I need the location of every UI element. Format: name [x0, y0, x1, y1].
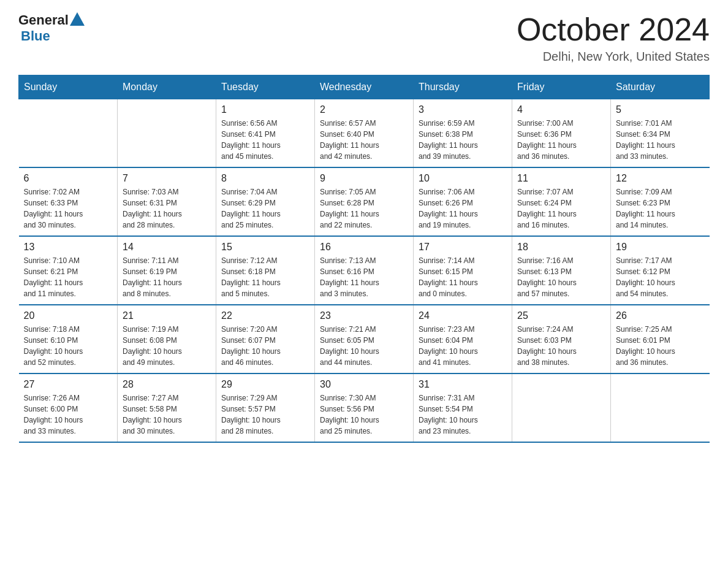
day-info: Sunrise: 7:16 AMSunset: 6:13 PMDaylight:…: [517, 255, 605, 299]
day-info: Sunrise: 7:29 AMSunset: 5:57 PMDaylight:…: [221, 393, 309, 437]
day-number: 25: [517, 310, 605, 321]
day-info: Sunrise: 7:20 AMSunset: 6:07 PMDaylight:…: [221, 324, 309, 368]
calendar-cell: 22Sunrise: 7:20 AMSunset: 6:07 PMDayligh…: [216, 305, 315, 373]
weekday-header-sunday: Sunday: [19, 75, 118, 99]
calendar-header-row: SundayMondayTuesdayWednesdayThursdayFrid…: [19, 75, 710, 99]
day-number: 28: [123, 379, 211, 390]
day-number: 2: [320, 104, 408, 115]
day-number: 7: [123, 173, 211, 184]
calendar-cell: 18Sunrise: 7:16 AMSunset: 6:13 PMDayligh…: [512, 236, 611, 305]
day-info: Sunrise: 7:31 AMSunset: 5:54 PMDaylight:…: [419, 393, 507, 437]
day-info: Sunrise: 7:19 AMSunset: 6:08 PMDaylight:…: [123, 324, 211, 368]
calendar-cell: 25Sunrise: 7:24 AMSunset: 6:03 PMDayligh…: [512, 305, 611, 373]
day-number: 21: [123, 310, 211, 321]
calendar-cell: 23Sunrise: 7:21 AMSunset: 6:05 PMDayligh…: [315, 305, 414, 373]
calendar-cell: 19Sunrise: 7:17 AMSunset: 6:12 PMDayligh…: [611, 236, 710, 305]
calendar-cell: [118, 99, 216, 168]
logo-text-general: General: [18, 12, 69, 28]
day-info: Sunrise: 7:23 AMSunset: 6:04 PMDaylight:…: [419, 324, 507, 368]
calendar-subtitle: Delhi, New York, United States: [517, 50, 710, 64]
day-number: 31: [419, 379, 507, 390]
calendar-cell: [19, 99, 118, 168]
day-info: Sunrise: 7:11 AMSunset: 6:19 PMDaylight:…: [123, 255, 211, 299]
day-info: Sunrise: 7:07 AMSunset: 6:24 PMDaylight:…: [517, 186, 605, 231]
calendar-table: SundayMondayTuesdayWednesdayThursdayFrid…: [18, 75, 710, 443]
day-number: 11: [517, 173, 605, 184]
title-section: October 2024 Delhi, New York, United Sta…: [517, 12, 710, 64]
calendar-cell: 21Sunrise: 7:19 AMSunset: 6:08 PMDayligh…: [118, 305, 216, 373]
day-info: Sunrise: 7:18 AMSunset: 6:10 PMDaylight:…: [24, 324, 113, 368]
day-number: 6: [24, 173, 113, 184]
calendar-cell: 20Sunrise: 7:18 AMSunset: 6:10 PMDayligh…: [19, 305, 118, 373]
day-info: Sunrise: 7:27 AMSunset: 5:58 PMDaylight:…: [123, 393, 211, 437]
page-header: General Blue October 2024 Delhi, New Yor…: [18, 12, 710, 64]
day-number: 8: [221, 173, 309, 184]
day-number: 18: [517, 242, 605, 253]
weekday-header-monday: Monday: [118, 75, 216, 99]
calendar-cell: 1Sunrise: 6:56 AMSunset: 6:41 PMDaylight…: [216, 99, 315, 168]
day-info: Sunrise: 7:10 AMSunset: 6:21 PMDaylight:…: [24, 255, 113, 299]
calendar-week-row: 13Sunrise: 7:10 AMSunset: 6:21 PMDayligh…: [19, 236, 710, 305]
weekday-header-saturday: Saturday: [611, 75, 710, 99]
day-info: Sunrise: 7:24 AMSunset: 6:03 PMDaylight:…: [517, 324, 605, 368]
day-number: 30: [320, 379, 408, 390]
day-info: Sunrise: 7:04 AMSunset: 6:29 PMDaylight:…: [221, 186, 309, 231]
day-number: 5: [616, 104, 705, 115]
weekday-header-friday: Friday: [512, 75, 611, 99]
calendar-cell: [611, 373, 710, 442]
day-number: 4: [517, 104, 605, 115]
calendar-cell: 16Sunrise: 7:13 AMSunset: 6:16 PMDayligh…: [315, 236, 414, 305]
day-info: Sunrise: 7:00 AMSunset: 6:36 PMDaylight:…: [517, 118, 605, 162]
calendar-cell: 27Sunrise: 7:26 AMSunset: 6:00 PMDayligh…: [19, 373, 118, 442]
day-number: 20: [24, 310, 113, 321]
calendar-cell: 9Sunrise: 7:05 AMSunset: 6:28 PMDaylight…: [315, 167, 414, 236]
day-info: Sunrise: 7:05 AMSunset: 6:28 PMDaylight:…: [320, 186, 408, 231]
day-number: 12: [616, 173, 705, 184]
day-number: 9: [320, 173, 408, 184]
weekday-header-wednesday: Wednesday: [315, 75, 414, 99]
calendar-cell: 6Sunrise: 7:02 AMSunset: 6:33 PMDaylight…: [19, 167, 118, 236]
day-info: Sunrise: 7:14 AMSunset: 6:15 PMDaylight:…: [419, 255, 507, 299]
day-number: 15: [221, 242, 309, 253]
calendar-cell: 30Sunrise: 7:30 AMSunset: 5:56 PMDayligh…: [315, 373, 414, 442]
weekday-header-tuesday: Tuesday: [216, 75, 315, 99]
calendar-cell: 10Sunrise: 7:06 AMSunset: 6:26 PMDayligh…: [414, 167, 512, 236]
day-info: Sunrise: 6:57 AMSunset: 6:40 PMDaylight:…: [320, 118, 408, 162]
calendar-cell: 26Sunrise: 7:25 AMSunset: 6:01 PMDayligh…: [611, 305, 710, 373]
day-number: 23: [320, 310, 408, 321]
day-number: 10: [419, 173, 507, 184]
calendar-cell: 31Sunrise: 7:31 AMSunset: 5:54 PMDayligh…: [414, 373, 512, 442]
calendar-cell: 2Sunrise: 6:57 AMSunset: 6:40 PMDaylight…: [315, 99, 414, 168]
calendar-cell: [512, 373, 611, 442]
calendar-cell: 5Sunrise: 7:01 AMSunset: 6:34 PMDaylight…: [611, 99, 710, 168]
logo-triangle-icon: [70, 12, 85, 26]
day-number: 29: [221, 379, 309, 390]
day-number: 16: [320, 242, 408, 253]
weekday-header-thursday: Thursday: [414, 75, 512, 99]
day-info: Sunrise: 7:02 AMSunset: 6:33 PMDaylight:…: [24, 186, 113, 231]
day-number: 17: [419, 242, 507, 253]
calendar-cell: 15Sunrise: 7:12 AMSunset: 6:18 PMDayligh…: [216, 236, 315, 305]
calendar-cell: 13Sunrise: 7:10 AMSunset: 6:21 PMDayligh…: [19, 236, 118, 305]
calendar-cell: 11Sunrise: 7:07 AMSunset: 6:24 PMDayligh…: [512, 167, 611, 236]
calendar-cell: 28Sunrise: 7:27 AMSunset: 5:58 PMDayligh…: [118, 373, 216, 442]
day-number: 3: [419, 104, 507, 115]
calendar-title: October 2024: [517, 12, 710, 47]
calendar-cell: 4Sunrise: 7:00 AMSunset: 6:36 PMDaylight…: [512, 99, 611, 168]
calendar-cell: 7Sunrise: 7:03 AMSunset: 6:31 PMDaylight…: [118, 167, 216, 236]
calendar-week-row: 1Sunrise: 6:56 AMSunset: 6:41 PMDaylight…: [19, 99, 710, 168]
day-info: Sunrise: 7:13 AMSunset: 6:16 PMDaylight:…: [320, 255, 408, 299]
calendar-week-row: 20Sunrise: 7:18 AMSunset: 6:10 PMDayligh…: [19, 305, 710, 373]
day-number: 14: [123, 242, 211, 253]
calendar-week-row: 6Sunrise: 7:02 AMSunset: 6:33 PMDaylight…: [19, 167, 710, 236]
day-number: 27: [24, 379, 113, 390]
logo-text-blue: Blue: [21, 28, 50, 44]
day-number: 26: [616, 310, 705, 321]
calendar-cell: 3Sunrise: 6:59 AMSunset: 6:38 PMDaylight…: [414, 99, 512, 168]
calendar-cell: 29Sunrise: 7:29 AMSunset: 5:57 PMDayligh…: [216, 373, 315, 442]
day-number: 24: [419, 310, 507, 321]
day-info: Sunrise: 7:06 AMSunset: 6:26 PMDaylight:…: [419, 186, 507, 231]
calendar-cell: 24Sunrise: 7:23 AMSunset: 6:04 PMDayligh…: [414, 305, 512, 373]
day-number: 13: [24, 242, 113, 253]
day-info: Sunrise: 6:59 AMSunset: 6:38 PMDaylight:…: [419, 118, 507, 162]
